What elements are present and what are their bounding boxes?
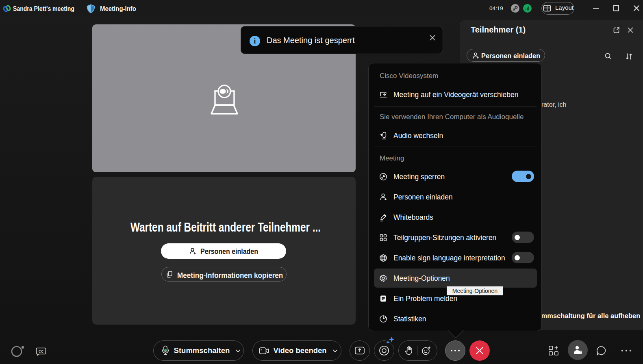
svg-text:CC: CC [39,349,43,353]
